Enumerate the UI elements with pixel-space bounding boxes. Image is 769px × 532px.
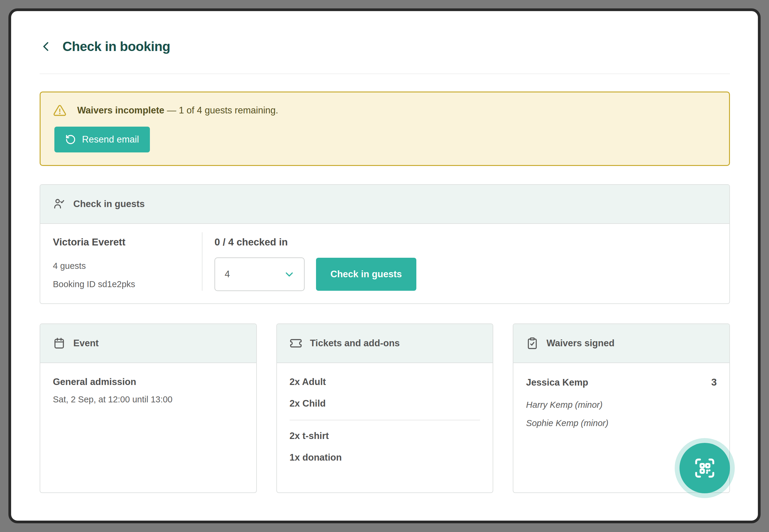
event-card-header: Event xyxy=(40,324,256,363)
qr-scan-icon xyxy=(693,457,716,479)
addon-item: 2x t-shirt xyxy=(290,431,480,441)
guest-count-select-value: 4 xyxy=(225,269,230,280)
booking-checkin-window: Check in booking Waivers incomplete — 1 … xyxy=(8,8,761,523)
chevron-left-icon xyxy=(41,41,52,52)
tickets-addons-divider xyxy=(290,420,480,420)
ticket-icon xyxy=(290,337,302,350)
page-header: Check in booking xyxy=(40,39,730,54)
waivers-card-title: Waivers signed xyxy=(546,338,614,349)
panel-vertical-divider xyxy=(202,232,203,291)
waiver-signer-name: Jessica Kemp xyxy=(526,377,588,388)
waivers-card-header: Waivers signed xyxy=(513,324,729,363)
checked-in-progress: 0 / 4 checked in xyxy=(215,236,717,248)
qr-scan-button[interactable] xyxy=(680,443,730,493)
waiver-minor: Harry Kemp (minor) xyxy=(526,396,717,414)
check-in-guests-header: Check in guests xyxy=(40,185,729,224)
check-in-controls: 0 / 4 checked in 4 Check in guests xyxy=(215,236,717,290)
back-button[interactable] xyxy=(40,40,53,53)
booking-id: Booking ID sd1e2pks xyxy=(53,275,202,293)
tickets-card: Tickets and add-ons 2x Adult 2x Child 2x… xyxy=(276,323,493,493)
waiver-minor: Sophie Kemp (minor) xyxy=(526,414,717,432)
clipboard-check-icon xyxy=(526,337,538,350)
addon-item: 1x donation xyxy=(290,452,480,463)
event-time: Sat, 2 Sep, at 12:00 until 13:00 xyxy=(53,395,244,404)
warning-message: Waivers incomplete — 1 of 4 guests remai… xyxy=(77,105,278,116)
check-in-guests-button[interactable]: Check in guests xyxy=(316,258,416,291)
user-check-icon xyxy=(53,198,65,210)
ticket-item: 2x Child xyxy=(290,398,480,409)
guest-count: 4 guests xyxy=(53,257,202,275)
calendar-icon xyxy=(53,337,65,350)
rotate-ccw-icon xyxy=(65,134,76,145)
warning-triangle-icon xyxy=(53,104,66,117)
waivers-warning-banner: Waivers incomplete — 1 of 4 guests remai… xyxy=(40,92,730,166)
tickets-card-title: Tickets and add-ons xyxy=(310,338,400,349)
resend-email-label: Resend email xyxy=(82,134,139,145)
resend-email-button[interactable]: Resend email xyxy=(54,127,150,152)
details-cards-row: Event General admission Sat, 2 Sep, at 1… xyxy=(40,323,730,493)
event-card: Event General admission Sat, 2 Sep, at 1… xyxy=(40,323,257,493)
ticket-item: 2x Adult xyxy=(290,377,480,387)
event-name: General admission xyxy=(53,377,244,387)
guest-name: Victoria Everett xyxy=(53,236,202,248)
guest-count-select[interactable]: 4 xyxy=(215,257,305,291)
check-in-guests-title: Check in guests xyxy=(73,199,145,209)
tickets-card-header: Tickets and add-ons xyxy=(277,324,493,363)
check-in-guests-panel: Check in guests Victoria Everett 4 guest… xyxy=(40,184,730,304)
page-title: Check in booking xyxy=(62,39,170,54)
title-divider xyxy=(40,74,730,74)
waiver-count: 3 xyxy=(711,377,717,388)
event-card-title: Event xyxy=(73,338,98,349)
booking-summary: Victoria Everett 4 guests Booking ID sd1… xyxy=(53,236,202,290)
chevron-down-icon xyxy=(284,269,294,279)
